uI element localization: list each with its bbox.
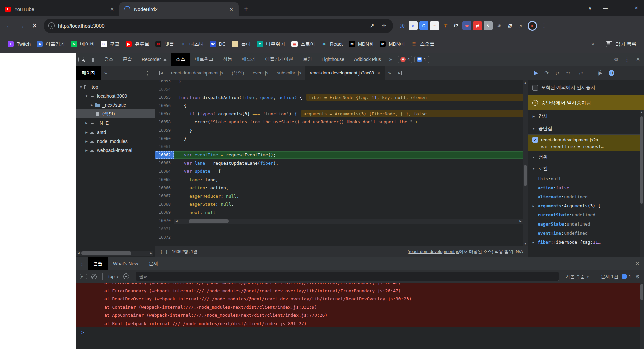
line-number[interactable]: 16055 [155,93,174,102]
file-tab-active[interactable]: react-dom.development.js?ac89 ✕ [305,66,385,80]
bookmark-star-icon[interactable]: ☆ [380,22,388,29]
editor-vscrollbar[interactable]: ▲ ▼ [523,80,528,246]
drawer-menu-button[interactable]: ⋮ [76,257,88,270]
format-braces-icon[interactable]: { } [160,249,168,254]
scope-variable-row[interactable]: ▶fiber: FiberNode {tag: 11… [528,238,644,247]
google-translate-icon[interactable]: G [419,21,428,30]
bookmark-item[interactable]: dcDC [207,39,229,49]
devtools-tab-Recorder[interactable]: Recorder [137,53,171,66]
drawer-close-button[interactable]: ✕ [631,257,644,270]
file-tree-item[interactable]: ▼☁localhost:3000 [76,91,155,100]
devtools-menu-button[interactable]: ⋮ [622,53,632,66]
file-tree-item[interactable]: ▶☁_N_E [76,118,155,128]
devtools-settings-button[interactable]: ⚙ [610,53,622,66]
navigator-more-tabs-button[interactable]: » [101,70,110,76]
window-restore-button[interactable] [613,0,629,16]
scroll-down-icon[interactable]: ▼ [524,241,527,246]
navigator-hscrollbar[interactable]: ◀ ▶ [76,251,153,256]
code-line[interactable]: 16062 var eventTime = requestEventTime()… [155,151,528,159]
watch-section[interactable]: ▶ 감시 [528,110,644,122]
breakpoints-section[interactable]: ▼ 중단점 [528,122,644,135]
line-number[interactable]: 16067 [155,192,174,200]
line-number[interactable]: 16059 [155,126,174,135]
reading-list-button[interactable]: 읽기 목록 [603,39,639,49]
stack-source-link[interactable]: webpack-internal:///./node_modules/next/… [141,305,315,310]
bookmark-item[interactable]: N네이버 [68,39,98,49]
breakpoint-checkbox[interactable]: ✓ [532,137,538,143]
line-number[interactable]: 16061 [155,143,174,151]
devtools-tab-콘솔[interactable]: 콘솔 [118,53,137,66]
breakpoint-entry[interactable]: ✓ react-dom.development.js?a... var even… [528,135,644,151]
drawer-tab-What's New[interactable]: What's New [108,257,143,270]
code-line[interactable]: 16054 [155,85,528,94]
bookmark-item[interactable]: A아프리카 [34,39,68,49]
devtools-tab-소스[interactable]: 소스 [171,53,190,66]
bookmark-item[interactable]: MMDN한 [346,39,377,49]
code-line[interactable]: 16066 action: action, [155,184,528,192]
chevron-right-icon[interactable]: ▶ [84,131,89,134]
file-tree-item[interactable]: ▶☁antd [76,128,155,137]
line-number[interactable]: 16062 [155,151,174,159]
console-filter-input[interactable] [136,272,559,281]
resume-script-button[interactable]: ▶ [534,70,538,76]
code-line[interactable]: 16071 [155,225,528,233]
tsquare-icon[interactable]: ⊤ [441,21,450,30]
editor-hscrollbar[interactable]: ◀ ▶ [174,219,523,224]
code-line[interactable]: 16053} [155,80,528,85]
code-line[interactable]: 16067 eagerReducer: null, [155,192,528,200]
inspect-element-button[interactable] [76,53,86,66]
file-tab[interactable]: (색인) [227,66,248,80]
scroll-right-icon[interactable]: ▶ [148,252,153,255]
translate-doc-icon[interactable]: a [409,21,418,30]
bookmark-item[interactable]: ☰스오플 [408,39,438,49]
line-number[interactable]: 16056 [155,102,174,110]
playlist-icon[interactable]: ♫ [516,21,525,30]
devtools-tab-보안[interactable]: 보안 [298,53,317,66]
chevron-right-icon[interactable]: ▶ [531,204,536,208]
binoculars-icon[interactable]: oo [462,21,471,30]
line-number[interactable]: 16057 [155,110,174,118]
line-number[interactable]: 16058 [155,118,174,127]
bookmark-item[interactable]: MMDN미 [377,39,408,49]
open-editor-panel-button[interactable]: ▶ [394,66,406,80]
puzzle-icon[interactable]: ⊞ [505,21,514,30]
scope-variable-row[interactable]: eagerState: undefined [528,219,644,229]
file-tree-item[interactable]: (색인) [76,109,155,118]
step-into-button[interactable]: ↓● [555,70,559,76]
bookmarks-overflow-button[interactable]: » [588,39,597,49]
code-line[interactable]: 16063 var lane = requestUpdateLane(fiber… [155,159,528,167]
close-tab-icon[interactable]: ✕ [377,70,380,76]
bookmark-item[interactable]: 폴더 [229,39,254,49]
scroll-up-icon[interactable]: ▲ [640,110,643,114]
scroll-up-icon[interactable]: ▲ [524,80,527,85]
stack-source-link[interactable]: webpack-internal:///./node_modules/@next… [157,296,409,301]
code-line[interactable]: 16061 [155,143,528,151]
fquestion-icon[interactable]: f? [451,21,461,30]
chevron-down-icon[interactable]: ▼ [84,94,89,98]
code-line[interactable]: 16056 { [155,102,528,110]
scroll-left-icon[interactable]: ◀ [76,252,81,255]
debugger-vscrollbar[interactable]: ▲ [640,110,644,257]
code-line[interactable]: 16072 [155,233,528,242]
bookmark-item[interactable]: TTwitch [5,39,34,49]
bookmark-item[interactable]: Y나무위키 [254,39,288,49]
file-tree-item[interactable]: ▼top [76,82,155,91]
bookmark-item[interactable]: ⚛React [318,39,346,49]
code-line[interactable]: 16069 next: null [155,208,528,217]
pause-on-exceptions-button[interactable]: ❙❙ [609,70,614,76]
more-tabs-button[interactable]: » [386,53,396,66]
browser-tab[interactable]: NodeBird2✕ [119,2,239,16]
line-number[interactable]: 16053 [155,80,174,85]
url-text[interactable]: http://localhost:3000 [58,23,364,29]
scope-variable-row[interactable]: currentState: undefined [528,210,644,219]
devtools-tab-Lighthouse[interactable]: Lighthouse [317,53,350,66]
bookmark-item[interactable]: D디즈니 [177,39,207,49]
chevron-right-icon[interactable]: ▶ [531,241,536,244]
step-over-button[interactable]: ↷ [545,70,549,76]
console-vscroll-thumb[interactable] [640,284,643,300]
devtools-close-button[interactable]: ✕ [632,53,644,66]
chevron-right-icon[interactable]: ▶ [84,149,89,152]
pause-caught-checkbox[interactable] [532,85,538,91]
chevron-right-icon[interactable]: ▶ [84,140,89,143]
site-info-icon[interactable]: i [48,22,55,29]
